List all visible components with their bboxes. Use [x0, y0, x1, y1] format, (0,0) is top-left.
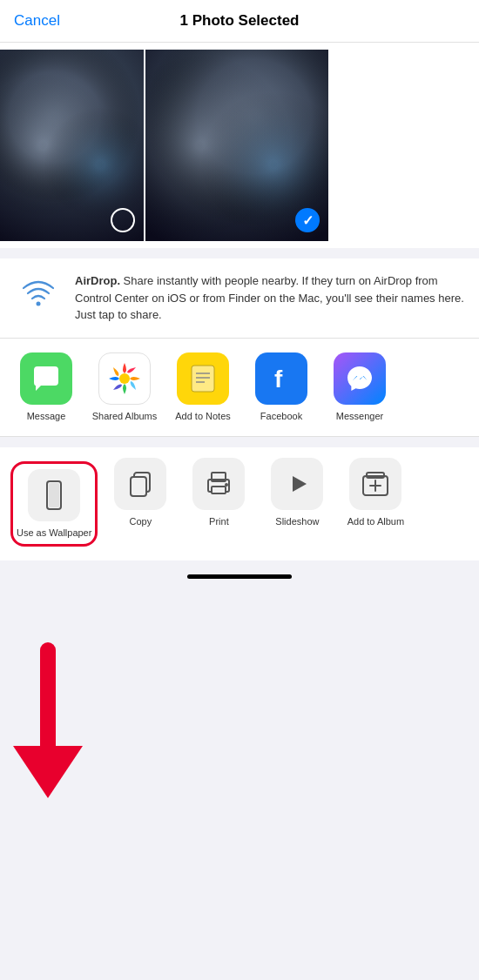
airdrop-description: AirDrop. Share instantly with people nea… [75, 272, 465, 324]
message-icon [20, 352, 72, 405]
svg-rect-12 [49, 483, 59, 507]
photo-thumb-2[interactable] [145, 50, 328, 241]
action-label-copy: Copy [130, 515, 152, 527]
share-label-messenger: Messenger [336, 410, 383, 422]
action-label-wallpaper: Use as Wallpaper [17, 527, 91, 539]
photo-strip [0, 43, 479, 248]
share-item-shared-albums[interactable]: Shared Albums [85, 352, 164, 422]
page-title: 1 Photo Selected [180, 12, 300, 30]
action-label-slideshow: Slideshow [275, 515, 319, 527]
action-item-use-as-wallpaper-wrapper: Use as Wallpaper [7, 458, 101, 550]
facebook-icon: f [255, 352, 307, 405]
svg-point-18 [225, 483, 228, 487]
action-item-slideshow[interactable]: Slideshow [258, 458, 336, 527]
shared-albums-icon [98, 352, 151, 405]
svg-point-2 [119, 373, 130, 384]
add-to-album-icon-box [349, 458, 401, 510]
svg-marker-10 [13, 746, 83, 798]
action-item-copy[interactable]: Copy [101, 458, 179, 527]
svg-marker-19 [293, 476, 307, 492]
svg-point-1 [37, 302, 41, 306]
share-label-facebook: Facebook [260, 410, 302, 422]
red-arrow-annotation [9, 641, 87, 798]
copy-icon-box [114, 458, 166, 510]
airdrop-icon[interactable] [14, 272, 63, 321]
action-label-print: Print [209, 515, 229, 527]
action-item-print[interactable]: Print [179, 458, 258, 527]
selection-circle-2[interactable] [295, 208, 320, 232]
share-label-add-to-notes: Add to Notes [175, 410, 231, 422]
share-label-shared-albums: Shared Albums [92, 410, 158, 422]
slideshow-icon-box [271, 458, 323, 510]
svg-rect-17 [212, 487, 226, 493]
selection-circle-1[interactable] [111, 208, 135, 232]
svg-rect-3 [192, 366, 214, 392]
share-item-facebook[interactable]: f Facebook [242, 352, 320, 422]
share-label-message: Message [27, 410, 66, 422]
notes-icon [177, 352, 229, 405]
wallpaper-icon-box [28, 469, 80, 521]
share-item-message[interactable]: Message [7, 352, 85, 422]
action-item-use-as-wallpaper[interactable]: Use as Wallpaper [10, 461, 98, 547]
print-icon-box [192, 458, 245, 510]
svg-rect-14 [131, 477, 146, 496]
header: Cancel 1 Photo Selected [0, 0, 479, 43]
airdrop-section: AirDrop. Share instantly with people nea… [0, 258, 479, 338]
photo-thumb-1[interactable] [0, 50, 144, 241]
cancel-button[interactable]: Cancel [14, 12, 60, 30]
divider-2 [0, 436, 479, 437]
sections-wrapper: AirDrop. Share instantly with people nea… [0, 258, 479, 560]
action-label-add-to-album: Add to Album [347, 515, 404, 527]
share-item-add-to-notes[interactable]: Add to Notes [164, 352, 242, 422]
home-bar [187, 574, 292, 579]
home-indicator [0, 560, 479, 586]
share-row: Message Shared Albums [0, 339, 479, 436]
action-item-add-to-album[interactable]: Add to Album [336, 458, 415, 527]
messenger-icon [334, 352, 386, 405]
action-row: Use as Wallpaper Copy [0, 447, 479, 560]
airdrop-title: AirDrop. [75, 274, 120, 287]
svg-text:f: f [274, 366, 283, 393]
share-item-messenger[interactable]: Messenger [320, 352, 399, 422]
